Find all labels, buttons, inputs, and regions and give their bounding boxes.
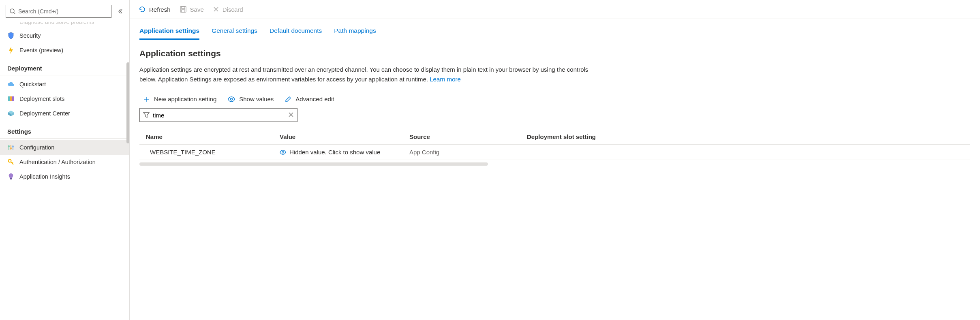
cell-name[interactable]: WEBSITE_TIME_ZONE — [146, 149, 280, 156]
svg-marker-2 — [9, 47, 13, 54]
filter-icon — [143, 112, 150, 118]
settings-table: Name Value Source Deployment slot settin… — [139, 129, 970, 166]
save-icon — [180, 6, 187, 13]
action-label: Show values — [239, 96, 274, 102]
cell-value[interactable]: Hidden value. Click to show value — [280, 149, 409, 156]
search-box[interactable] — [6, 5, 111, 18]
svg-line-17 — [12, 162, 13, 163]
col-header-source[interactable]: Source — [409, 133, 527, 140]
learn-more-link[interactable]: Learn more — [430, 76, 461, 83]
sidebar-item-events[interactable]: Events (preview) — [0, 43, 129, 58]
tab-default-documents[interactable]: Default documents — [270, 27, 322, 40]
chevron-double-left-icon — [117, 8, 124, 15]
sidebar-item-label: Deployment Center — [19, 110, 70, 117]
hidden-value-text: Hidden value. Click to show value — [289, 149, 380, 156]
description-text: Application settings are encrypted at re… — [139, 66, 588, 83]
refresh-label: Refresh — [149, 6, 171, 13]
sidebar-item-deployment-slots[interactable]: Deployment slots — [0, 92, 129, 106]
col-header-name[interactable]: Name — [146, 133, 280, 140]
refresh-button[interactable]: Refresh — [139, 6, 171, 13]
pencil-icon — [285, 96, 291, 102]
sidebar-scroll[interactable]: Diagnose and solve problems Security Eve… — [0, 22, 129, 320]
new-application-setting-button[interactable]: New application setting — [143, 96, 216, 102]
sidebar-item-quickstart[interactable]: Quickstart — [0, 77, 129, 92]
refresh-icon — [139, 6, 146, 13]
sidebar-item-configuration[interactable]: Configuration — [0, 140, 129, 155]
svg-rect-19 — [180, 6, 186, 12]
discard-label: Discard — [223, 6, 243, 13]
filter-input[interactable] — [150, 112, 288, 119]
svg-point-15 — [9, 160, 11, 162]
advanced-edit-button[interactable]: Advanced edit — [285, 96, 334, 102]
svg-point-0 — [10, 9, 14, 13]
tab-general-settings[interactable]: General settings — [212, 27, 257, 40]
sidebar-item-label: Application Insights — [19, 173, 70, 180]
slots-icon — [7, 95, 15, 102]
svg-rect-20 — [182, 6, 185, 9]
sidebar-item-label: Quickstart — [19, 81, 46, 87]
sidebar-item-label: Events (preview) — [19, 47, 63, 53]
section-title: Application settings — [139, 49, 970, 58]
box-icon — [7, 110, 15, 117]
svg-point-12 — [10, 147, 12, 149]
sidebar-item-deployment-center[interactable]: Deployment Center — [0, 106, 129, 121]
section-description: Application settings are encrypted at re… — [139, 65, 601, 84]
filter-clear-button[interactable] — [288, 112, 294, 119]
shield-icon — [7, 32, 15, 39]
svg-point-26 — [231, 98, 233, 100]
scrollbar-thumb[interactable] — [126, 62, 129, 143]
sidebar-item-partial[interactable]: Diagnose and solve problems — [0, 22, 129, 28]
sliders-icon — [7, 144, 15, 151]
content-area: Application settings General settings De… — [130, 19, 980, 320]
svg-rect-5 — [12, 96, 14, 101]
sidebar-group-settings: Settings — [0, 121, 129, 139]
filter-box[interactable] — [139, 108, 297, 122]
lightning-icon — [7, 47, 15, 54]
plus-icon — [143, 96, 150, 102]
save-button: Save — [180, 6, 204, 13]
lightbulb-icon — [7, 173, 15, 180]
svg-rect-21 — [182, 10, 185, 12]
action-row: New application setting Show values Adva… — [139, 96, 970, 102]
tabs: Application settings General settings De… — [139, 27, 970, 40]
key-icon — [7, 158, 15, 166]
search-row — [0, 0, 129, 22]
search-input[interactable] — [16, 8, 108, 15]
cloud-icon — [7, 81, 15, 88]
sidebar-item-label: Security — [19, 32, 41, 39]
sidebar: Diagnose and solve problems Security Eve… — [0, 0, 130, 320]
discard-button: Discard — [213, 6, 243, 13]
search-icon — [9, 8, 16, 15]
sidebar-item-authentication[interactable]: Authentication / Authorization — [0, 155, 129, 169]
col-header-slot[interactable]: Deployment slot setting — [527, 133, 964, 140]
horizontal-scrollbar[interactable] — [139, 162, 488, 166]
svg-point-14 — [12, 146, 14, 147]
sidebar-item-security[interactable]: Security — [0, 28, 129, 43]
table-header: Name Value Source Deployment slot settin… — [139, 129, 970, 145]
toolbar: Refresh Save Discard — [130, 0, 980, 19]
table-row[interactable]: WEBSITE_TIME_ZONE Hidden value. Click to… — [139, 145, 970, 160]
tab-path-mappings[interactable]: Path mappings — [334, 27, 376, 40]
tab-application-settings[interactable]: Application settings — [139, 27, 199, 40]
save-label: Save — [190, 6, 204, 13]
svg-line-1 — [14, 13, 15, 14]
close-icon — [288, 112, 294, 117]
sidebar-group-deployment: Deployment — [0, 58, 129, 75]
svg-point-10 — [8, 145, 10, 147]
eye-icon — [280, 150, 286, 155]
svg-rect-3 — [8, 96, 10, 101]
action-label: Advanced edit — [295, 96, 334, 102]
action-label: New application setting — [154, 96, 216, 102]
main-content: Refresh Save Discard Application setting… — [130, 0, 980, 320]
cell-source: App Config — [409, 149, 527, 156]
sidebar-item-label: Configuration — [19, 144, 54, 151]
eye-icon — [228, 96, 235, 102]
collapse-sidebar-button[interactable] — [117, 8, 124, 15]
svg-point-30 — [282, 151, 284, 153]
svg-marker-27 — [143, 113, 149, 117]
svg-rect-4 — [10, 96, 12, 101]
sidebar-item-application-insights[interactable]: Application Insights — [0, 169, 129, 184]
sidebar-item-label: Deployment slots — [19, 96, 64, 102]
show-values-button[interactable]: Show values — [228, 96, 274, 102]
col-header-value[interactable]: Value — [280, 133, 409, 140]
